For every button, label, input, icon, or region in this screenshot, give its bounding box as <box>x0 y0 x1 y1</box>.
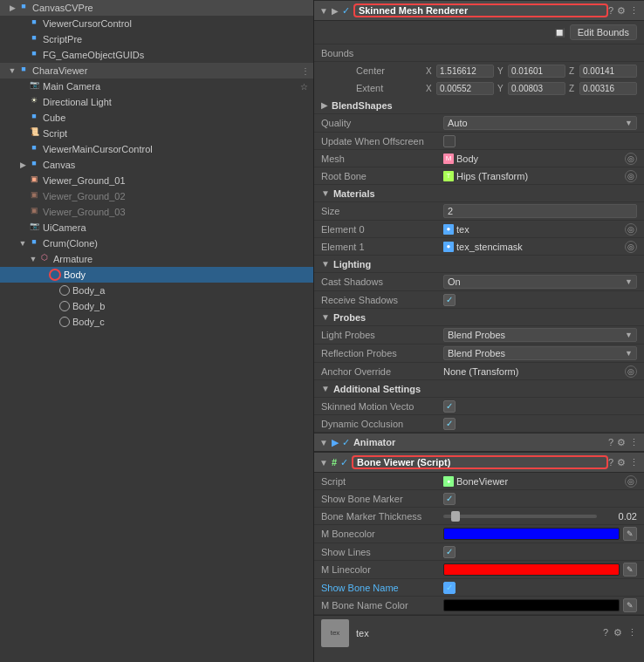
script-value: ● BoneViewer ◎ <box>443 475 637 488</box>
show-bone-marker-value: ✓ <box>443 493 637 505</box>
bone-name-color-swatch[interactable] <box>443 599 620 611</box>
z-label: Z <box>569 84 578 93</box>
extent-y-value[interactable]: 0.00803 <box>508 82 565 95</box>
element1-row: Element 1 ● tex_stencimask ◎ <box>314 238 644 256</box>
tree-item-ground01[interactable]: ▣ Viewer_Ground_01 <box>0 173 313 188</box>
tree-item-directionallight[interactable]: ☀ Directional Light <box>0 94 313 110</box>
anchor-override-value: None (Transform) ◎ <box>443 365 637 378</box>
tree-item-uicamera[interactable]: 📷 UiCamera <box>0 220 313 235</box>
bonecolor-edit-button[interactable]: ✎ <box>623 527 637 541</box>
bonecolor-swatch[interactable] <box>443 528 620 540</box>
thickness-track[interactable] <box>443 515 597 518</box>
cube-icon: ■ <box>28 49 40 61</box>
label-ground02: Viewer_Ground_02 <box>43 191 126 201</box>
arrow-armature: ▼ <box>28 255 38 263</box>
linecolor-edit-button[interactable]: ✎ <box>623 563 637 577</box>
extent-z-value[interactable]: 0.00316 <box>579 82 637 95</box>
size-input[interactable]: 2 <box>443 204 637 218</box>
edit-bounds-button[interactable]: Edit Bounds <box>570 24 637 40</box>
tree-item-body[interactable]: Body <box>0 267 313 283</box>
tree-item-viewercursorcontrol[interactable]: ■ ViewerCursorControl <box>0 16 313 31</box>
tree-item-crumclone[interactable]: ▼ ■ Crum(Clone) <box>0 235 313 251</box>
center-y: Y 0.01601 <box>497 65 565 78</box>
receive-shadows-checkbox[interactable]: ✓ <box>443 294 456 306</box>
extent-x-value[interactable]: 0.00552 <box>436 82 494 95</box>
tree-item-ground03[interactable]: ▣ Viewer_Ground_03 <box>0 204 313 220</box>
tree-item-maincamera[interactable]: 📷 Main Camera ☆ <box>0 78 313 94</box>
element0-pick-button[interactable]: ◎ <box>625 223 637 235</box>
tree-item-body-b[interactable]: Body_b <box>0 298 313 314</box>
mesh-pick-button[interactable]: ◎ <box>625 153 637 165</box>
more2-icon[interactable]: ⋮ <box>629 437 639 448</box>
tree-item-scriptpre[interactable]: ■ ScriptPre <box>0 31 313 47</box>
hash-icon: # <box>332 457 337 467</box>
show-lines-label: Show Lines <box>321 547 443 557</box>
element1-label: Element 1 <box>321 242 443 252</box>
skinned-motion-checkbox[interactable]: ✓ <box>443 400 456 413</box>
label-armature: Armature <box>53 254 92 264</box>
tree-item-fg[interactable]: ■ FG_GameObjectGUIDs <box>0 47 313 63</box>
cast-shadows-dropdown[interactable]: On ▼ <box>443 275 637 289</box>
center-z-value[interactable]: 0.00141 <box>579 65 637 78</box>
tex-more-icon[interactable]: ⋮ <box>627 627 637 638</box>
tree-item-cube[interactable]: ■ Cube <box>0 110 313 126</box>
more-icon[interactable]: ⋮ <box>629 5 639 17</box>
tree-item-body-a[interactable]: Body_a <box>0 283 313 298</box>
tree-item-canvascvpre[interactable]: ▶ ■ CanvasCVPre <box>0 0 313 16</box>
anchor-pick-button[interactable]: ◎ <box>625 365 637 378</box>
show-bone-marker-checkbox[interactable]: ✓ <box>443 493 456 505</box>
help-icon[interactable]: ? <box>608 437 613 448</box>
tex-help-icon[interactable]: ? <box>603 627 608 638</box>
dynamic-occlusion-checkbox[interactable]: ✓ <box>443 418 456 430</box>
extent-z: Z 0.00316 <box>569 82 637 95</box>
label-viewermain: ViewerMainCursorControl <box>43 144 153 154</box>
settings3-icon[interactable]: ⚙ <box>617 457 626 468</box>
tree-item-body-c[interactable]: Body_c <box>0 314 313 330</box>
light-probes-dropdown[interactable]: Blend Probes ▼ <box>443 328 637 342</box>
settings2-icon[interactable]: ⚙ <box>617 437 626 448</box>
show-lines-checkbox[interactable]: ✓ <box>443 546 456 558</box>
element1-pick-button[interactable]: ◎ <box>625 241 637 253</box>
size-value: 2 <box>443 204 637 218</box>
body-c-icon <box>59 317 70 327</box>
label-canvas: Canvas <box>43 160 75 170</box>
bone-marker-thickness-label: Bone Marker Thickness <box>321 511 443 522</box>
tree-item-canvas[interactable]: ▶ ■ Canvas <box>0 157 313 173</box>
tree-item-charaviewer[interactable]: ▼ ■ CharaViewer ⋮ <box>0 63 313 78</box>
help-icon[interactable]: ? <box>608 5 613 17</box>
settings-icon[interactable]: ⚙ <box>617 5 626 17</box>
center-x-value[interactable]: 1.516612 <box>436 65 494 78</box>
script-pick-button[interactable]: ◎ <box>625 475 637 488</box>
tree-item-armature[interactable]: ▼ ⬡ Armature <box>0 251 313 267</box>
anchor-override-label: Anchor Override <box>321 366 443 377</box>
linecolor-swatch[interactable] <box>443 563 620 576</box>
tree-item-ground02[interactable]: ▣ Viewer_Ground_02 <box>0 188 313 204</box>
bone-name-color-edit-button[interactable]: ✎ <box>623 598 637 612</box>
element1-text: tex_stencimask <box>456 242 523 252</box>
tex-title: tex <box>356 628 369 638</box>
tree-item-viewermain[interactable]: ■ ViewerMainCursorControl <box>0 141 313 157</box>
lighting-header: ▼ Lighting <box>314 256 644 273</box>
tex-settings-icon[interactable]: ⚙ <box>613 627 622 638</box>
reflection-probes-dropdown[interactable]: Blend Probes ▼ <box>443 346 637 360</box>
help3-icon[interactable]: ? <box>608 457 613 468</box>
show-bone-name-checkbox[interactable]: ✓ <box>443 582 456 594</box>
materials-header: ▼ Materials <box>314 185 644 202</box>
label-fg: FG_GameObjectGUIDs <box>43 50 144 60</box>
quality-dropdown[interactable]: Auto ▼ <box>443 116 637 130</box>
blendshapes-arrow: ▶ <box>321 100 328 110</box>
tree-item-script[interactable]: 📜 Script <box>0 126 313 141</box>
update-offscreen-checkbox[interactable] <box>443 135 456 147</box>
dynamic-occlusion-label: Dynamic Occlusion <box>321 419 443 429</box>
skinned-motion-label: Skinned Motion Vecto <box>321 401 443 412</box>
cube-icon: ■ <box>17 2 30 14</box>
element0-label: Element 0 <box>321 224 443 235</box>
root-bone-pick-button[interactable]: ◎ <box>625 170 637 182</box>
thickness-thumb[interactable] <box>451 511 460 522</box>
reflection-probes-value: Blend Probes ▼ <box>443 346 637 360</box>
center-y-value[interactable]: 0.01601 <box>508 65 565 78</box>
element0-row: Element 0 ● tex ◎ <box>314 221 644 238</box>
more3-icon[interactable]: ⋮ <box>629 457 639 468</box>
mesh-icon: M <box>443 154 454 164</box>
mesh-value: M Body ◎ <box>443 153 637 165</box>
